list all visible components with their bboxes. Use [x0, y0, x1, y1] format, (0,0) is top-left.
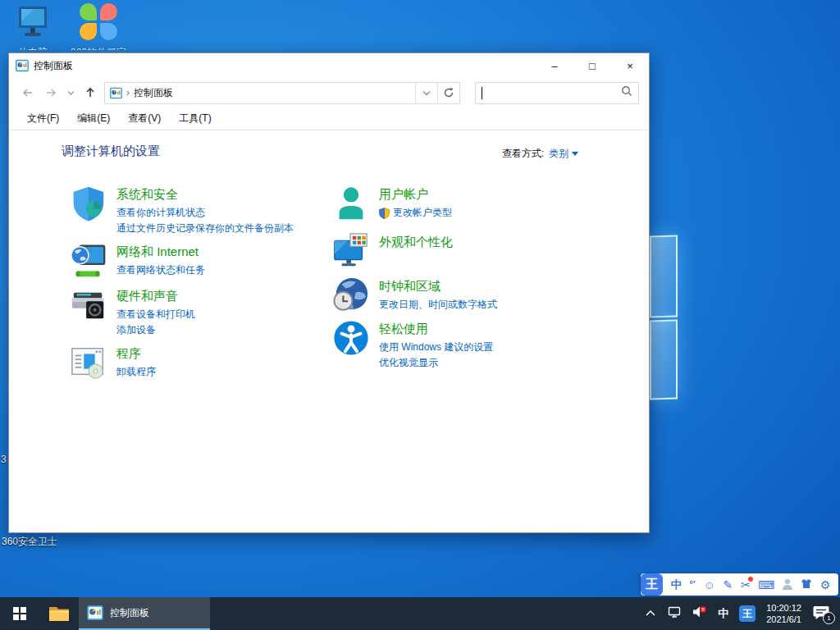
desktop-icon-this-pc[interactable]: 此电脑	[2, 5, 64, 50]
tray-time: 10:20:12	[766, 602, 801, 614]
appearance-personalization-icon[interactable]	[332, 232, 370, 270]
menu-edit[interactable]: 编辑(E)	[77, 112, 110, 126]
user-accounts-icon[interactable]	[332, 185, 370, 222]
view-by-dropdown[interactable]: 类别	[549, 147, 578, 161]
category-text: 网络和 Internet 查看网络状态和任务	[116, 242, 205, 280]
category-link[interactable]: 使用 Windows 建议的设置	[379, 340, 493, 355]
task-label: 控制面板	[110, 606, 149, 620]
notification-badge: 1	[823, 612, 835, 624]
file-explorer-button[interactable]	[39, 597, 79, 630]
programs-icon[interactable]	[70, 344, 107, 381]
windows-logo-icon	[13, 607, 26, 620]
category-user-accounts: 用户帐户 更改帐户类型	[332, 185, 452, 222]
ime-emoji-icon[interactable]: ☺	[704, 579, 715, 591]
category-text: 外观和个性化	[379, 232, 453, 270]
control-panel-icon	[110, 87, 122, 99]
breadcrumb-chevron-icon[interactable]: ›	[126, 87, 130, 98]
category-title[interactable]: 外观和个性化	[379, 233, 453, 250]
category-link[interactable]: 通过文件历史记录保存你的文件备份副本	[116, 221, 294, 236]
ime-account-icon[interactable]	[783, 579, 792, 590]
category-title[interactable]: 用户帐户	[379, 185, 452, 203]
wallpaper-logo-pane-top	[650, 235, 678, 317]
category-title[interactable]: 程序	[116, 345, 156, 362]
category-link-uac[interactable]: 更改帐户类型	[379, 205, 452, 221]
360-flower-icon	[78, 2, 119, 41]
category-link[interactable]: 查看设备和打印机	[116, 307, 195, 322]
clock-region-icon[interactable]	[332, 276, 370, 314]
category-link[interactable]: 更改日期、时间或数字格式	[379, 297, 497, 313]
close-button[interactable]: ×	[611, 53, 649, 78]
ime-handwriting-icon[interactable]: ✎	[724, 579, 733, 591]
minimize-button[interactable]: –	[536, 53, 573, 78]
category-text: 程序 卸载程序	[116, 344, 156, 381]
category-link[interactable]: 优化视觉显示	[379, 355, 493, 371]
menu-view[interactable]: 查看(V)	[128, 112, 161, 126]
category-link[interactable]: 查看网络状态和任务	[116, 262, 205, 278]
category-ease-of-access: 轻松使用 使用 Windows 建议的设置 优化视觉显示	[332, 319, 493, 371]
menu-bar: 文件(F) 编辑(E) 查看(V) 工具(T)	[9, 107, 649, 130]
recent-pages-chevron-icon[interactable]	[65, 83, 76, 103]
control-panel-window: 控制面板 – □ × ›	[8, 52, 650, 533]
ease-of-access-icon[interactable]	[332, 319, 370, 357]
address-dropdown-icon[interactable]	[415, 83, 437, 103]
category-link[interactable]: 查看你的计算机状态	[116, 205, 294, 221]
category-title[interactable]: 系统和安全	[116, 185, 294, 203]
category-title[interactable]: 时钟和区域	[379, 277, 497, 294]
ime-keyboard-icon[interactable]: ⌨	[758, 579, 774, 591]
search-icon[interactable]	[621, 85, 632, 100]
network-icon[interactable]	[667, 605, 682, 622]
category-programs: 程序 卸载程序	[70, 344, 156, 381]
search-input[interactable]	[475, 82, 639, 104]
action-center-icon[interactable]: 1	[812, 605, 833, 623]
forward-icon[interactable]	[42, 83, 60, 103]
system-security-icon[interactable]	[70, 185, 107, 222]
category-title[interactable]: 网络和 Internet	[116, 243, 205, 260]
category-link[interactable]: 添加设备	[116, 322, 195, 338]
control-panel-icon	[87, 605, 103, 621]
category-network-internet: 网络和 Internet 查看网络状态和任务	[70, 242, 205, 280]
navigation-bar: › 控制面板	[9, 78, 649, 107]
hardware-sound-icon[interactable]	[70, 286, 107, 324]
ime-logo[interactable]: 王	[641, 573, 663, 596]
up-icon[interactable]	[81, 83, 99, 103]
address-bar[interactable]: › 控制面板	[104, 82, 460, 104]
ime-mode-indicator[interactable]: 中	[718, 606, 728, 621]
network-internet-icon[interactable]	[70, 242, 107, 280]
maximize-button[interactable]: □	[573, 53, 611, 78]
breadcrumb[interactable]: 控制面板	[134, 86, 173, 100]
control-panel-icon	[16, 59, 29, 72]
back-icon[interactable]	[19, 83, 37, 103]
clock[interactable]: 10:20:12 2021/6/1	[766, 602, 801, 625]
ime-mode-chinese[interactable]: 中	[671, 579, 682, 590]
desktop-icon-label: 此电脑	[2, 46, 64, 50]
volume-muted-icon[interactable]	[692, 605, 707, 622]
text-caret	[482, 87, 482, 99]
ime-punctuation-icon[interactable]: °’	[689, 580, 695, 589]
refresh-icon[interactable]	[437, 83, 459, 103]
category-title[interactable]: 硬件和声音	[116, 287, 195, 304]
view-by-label: 查看方式:	[502, 147, 544, 161]
ime-tray-icon[interactable]: 王	[739, 605, 756, 622]
desktop-icon-label-360-safe[interactable]: 360安全卫士	[2, 535, 57, 549]
ime-screenshot-icon[interactable]: ✂	[741, 579, 751, 591]
system-tray: 中 王 10:20:12 2021/6/1 1	[645, 597, 840, 630]
category-hardware-sound: 硬件和声音 查看设备和打印机 添加设备	[70, 286, 195, 338]
ime-settings-gear-icon[interactable]: ⚙	[820, 579, 831, 591]
desktop-icon-label: 360软件管家	[67, 46, 130, 50]
taskbar: 控制面板 中 王	[0, 597, 840, 630]
menu-file[interactable]: 文件(F)	[27, 112, 59, 126]
ime-skin-icon[interactable]	[801, 578, 812, 591]
menu-tools[interactable]: 工具(T)	[179, 112, 211, 126]
hidden-icons-chevron-icon[interactable]	[645, 606, 656, 621]
taskbar-task-control-panel[interactable]: 控制面板	[79, 597, 210, 630]
category-title[interactable]: 轻松使用	[379, 320, 493, 337]
folder-icon	[48, 605, 70, 623]
titlebar[interactable]: 控制面板 – □ ×	[9, 53, 649, 78]
category-text: 系统和安全 查看你的计算机状态 通过文件历史记录保存你的文件备份副本	[116, 185, 294, 236]
start-button[interactable]	[0, 597, 39, 630]
wallpaper-logo-pane-bottom	[650, 319, 678, 399]
desktop-icon-360[interactable]: 360软件管家	[67, 2, 130, 50]
category-link[interactable]: 卸载程序	[116, 364, 156, 380]
control-panel-content: 调整计算机的设置 查看方式: 类别	[9, 130, 649, 532]
uac-shield-icon	[379, 208, 390, 219]
